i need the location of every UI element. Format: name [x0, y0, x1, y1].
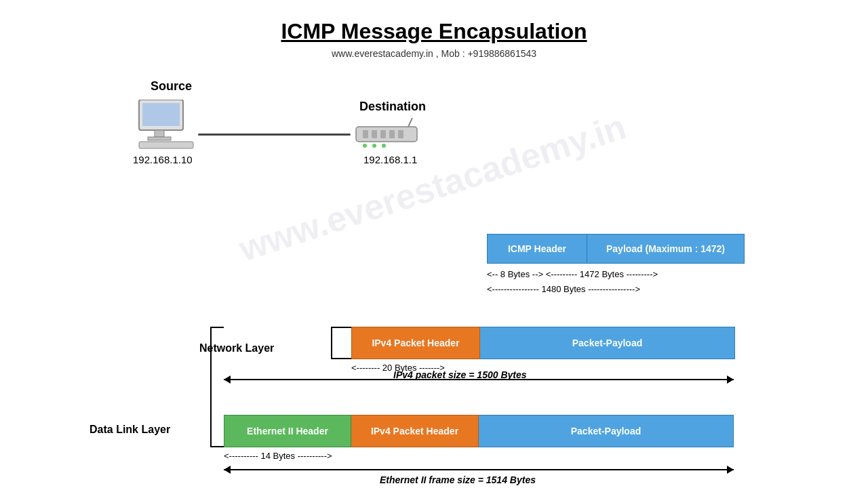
source-label: Source — [151, 79, 192, 94]
ipv4-header-box: IPv4 Packet Header — [351, 327, 480, 359]
ipv4-payload-box: Packet-Payload — [480, 327, 735, 359]
icmp-bytes-line1: <-- 8 Bytes --> <--------- 1472 Bytes --… — [487, 269, 658, 279]
svg-rect-3 — [148, 137, 171, 140]
svg-rect-1 — [142, 103, 180, 126]
svg-point-11 — [363, 144, 367, 148]
icmp-payload-box: Payload (Maximum : 1472) — [587, 234, 745, 264]
ipv4-size-label: IPv4 packet size = 1500 Bytes — [393, 369, 527, 380]
source-ip: 192.168.1.10 — [133, 154, 193, 165]
eth-size-arrow — [224, 469, 734, 470]
data-link-bracket-bottom — [210, 446, 224, 447]
svg-rect-6 — [363, 130, 368, 138]
main-content: www.everestacademy.in Source 192.168.1.1… — [0, 66, 868, 472]
svg-rect-7 — [372, 130, 377, 138]
network-layer-bracket — [331, 327, 351, 359]
eth-size-label: Ethernet II frame size = 1514 Bytes — [380, 474, 536, 485]
ipv4-layer-row: IPv4 Packet Header Packet-Payload — [351, 327, 735, 359]
subtitle: www.everestacademy.in , Mob : +919886861… — [0, 48, 868, 59]
icmp-bytes-line2: <---------------- 1480 Bytes -----------… — [487, 284, 640, 294]
data-link-bracket-left — [210, 327, 212, 447]
data-link-bracket-top — [210, 327, 224, 328]
computer-icon — [136, 100, 197, 150]
destination-label: Destination — [359, 100, 426, 114]
router-icon — [353, 117, 420, 154]
svg-rect-4 — [139, 142, 193, 148]
ethernet-ipv4-header-box: IPv4 Packet Header — [351, 415, 479, 447]
data-link-layer-label: Data Link Layer — [90, 424, 170, 436]
svg-rect-9 — [389, 130, 395, 138]
icmp-header-box: ICMP Header — [487, 234, 587, 264]
svg-rect-2 — [155, 130, 164, 137]
svg-line-14 — [408, 118, 412, 127]
svg-rect-10 — [398, 130, 403, 138]
svg-point-13 — [382, 144, 386, 148]
cable-line — [198, 134, 351, 136]
ethernet-layer-row: Ethernet II Header IPv4 Packet Header Pa… — [224, 415, 734, 447]
destination-ip: 192.168.1.1 — [363, 154, 417, 165]
ethernet-header-box: Ethernet II Header — [224, 415, 351, 447]
svg-point-12 — [372, 144, 376, 148]
page-title: ICMP Message Encapsulation — [0, 0, 868, 44]
icmp-layer-row: ICMP Header Payload (Maximum : 1472) — [487, 234, 745, 264]
svg-rect-8 — [380, 130, 386, 138]
ethernet-payload-box: Packet-Payload — [479, 415, 734, 447]
eth-14bytes-label: <---------- 14 Bytes ----------> — [224, 451, 332, 461]
